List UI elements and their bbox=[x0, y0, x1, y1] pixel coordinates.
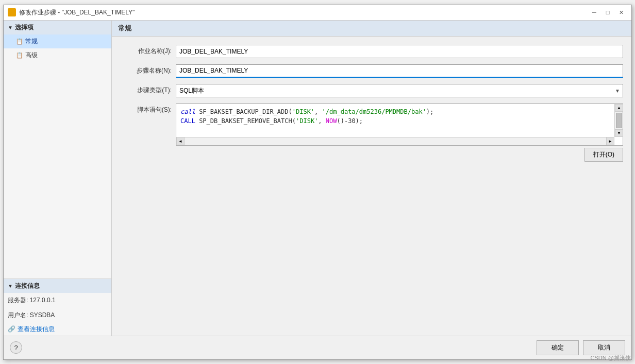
bottom-bar: ? 确定 取消 bbox=[4, 336, 631, 359]
semi-2: ()-30); bbox=[337, 117, 363, 125]
scroll-track-v bbox=[615, 112, 623, 129]
func-name-2: SP_DB_BAKSET_REMOVE_BATCH( bbox=[195, 117, 296, 125]
view-connection-link[interactable]: 🔗 查看连接信息 bbox=[4, 323, 111, 336]
str-disk-1: 'DISK' bbox=[292, 108, 314, 115]
semi-1: ); bbox=[426, 108, 433, 115]
svg-rect-3 bbox=[12, 13, 15, 15]
script-editor-container: call SF_BAKSET_BACKUP_DIR_ADD('DISK', '/… bbox=[176, 103, 623, 146]
app-icon bbox=[8, 8, 16, 16]
sidebar-item-advanced[interactable]: 📋 高级 bbox=[4, 48, 111, 62]
step-name-label: 步骤名称(N): bbox=[120, 66, 172, 75]
open-button[interactable]: 打开(O) bbox=[584, 148, 623, 162]
sidebar-item-general[interactable]: 📋 常规 bbox=[4, 34, 111, 48]
sidebar-advanced-label: 高级 bbox=[25, 51, 38, 60]
window-body: ▼ 选择项 📋 常规 📋 高级 ▼ 连接信息 服务器: 127.0.0.1 bbox=[4, 21, 631, 336]
comma-1: , bbox=[314, 108, 322, 115]
user-info: 用户名: SYSDBA bbox=[4, 308, 111, 323]
svg-rect-2 bbox=[9, 13, 11, 15]
svg-rect-0 bbox=[9, 9, 11, 12]
svg-rect-1 bbox=[12, 9, 15, 12]
sidebar-section-header: ▼ 选择项 bbox=[4, 21, 111, 34]
step-type-select[interactable]: SQL脚本 bbox=[176, 84, 623, 97]
step-type-label: 步骤类型(T): bbox=[120, 86, 172, 95]
ok-button[interactable]: 确定 bbox=[537, 340, 579, 355]
bottom-right: 确定 取消 bbox=[537, 340, 625, 355]
scrollbar-vertical[interactable]: ▲ ▼ bbox=[614, 104, 623, 137]
sidebar: ▼ 选择项 📋 常规 📋 高级 ▼ 连接信息 服务器: 127.0.0.1 bbox=[4, 21, 112, 336]
scroll-thumb-v[interactable] bbox=[616, 113, 622, 128]
script-label: 脚本语句(S): bbox=[120, 103, 172, 114]
keyword-call-lower: call bbox=[180, 108, 195, 115]
job-name-row: 作业名称(J): bbox=[120, 45, 623, 58]
str-disk-2: 'DISK' bbox=[296, 117, 318, 125]
str-path: '/dm_data/dm5236/PMDMDB/bak' bbox=[322, 108, 426, 115]
connection-header: ▼ 连接信息 bbox=[4, 279, 111, 293]
scroll-up-arrow[interactable]: ▲ bbox=[615, 104, 623, 112]
chevron-down-icon: ▼ bbox=[8, 25, 13, 30]
scroll-left-arrow[interactable]: ◄ bbox=[176, 137, 185, 145]
job-name-input[interactable] bbox=[176, 45, 623, 58]
cancel-button[interactable]: 取消 bbox=[583, 340, 625, 355]
advanced-doc-icon: 📋 bbox=[16, 52, 23, 59]
connection-section: ▼ 连接信息 服务器: 127.0.0.1 用户名: SYSDBA 🔗 查看连接… bbox=[4, 279, 111, 336]
sidebar-general-label: 常规 bbox=[25, 37, 38, 46]
scroll-right-arrow[interactable]: ► bbox=[606, 137, 614, 145]
scroll-track-h bbox=[185, 137, 606, 145]
title-bar-left: 修改作业步骤 - "JOB_DEL_BAK_TIMELY" bbox=[8, 8, 135, 17]
view-connection-label: 查看连接信息 bbox=[18, 325, 55, 334]
main-window: 修改作业步骤 - "JOB_DEL_BAK_TIMELY" ─ □ ✕ ▼ 选择… bbox=[3, 5, 632, 360]
form-area: 作业名称(J): 步骤名称(N): 步骤类型(T): SQL脚本 ▼ bbox=[112, 37, 631, 170]
step-name-input[interactable] bbox=[176, 64, 623, 78]
window-controls: ─ □ ✕ bbox=[588, 7, 627, 18]
maximize-button[interactable]: □ bbox=[601, 7, 614, 18]
job-name-label: 作业名称(J): bbox=[120, 47, 172, 56]
bottom-left: ? bbox=[10, 341, 22, 354]
step-name-row: 步骤名称(N): bbox=[120, 64, 623, 78]
scrollbar-horizontal[interactable]: ◄ ► bbox=[176, 137, 614, 145]
scroll-down-arrow[interactable]: ▼ bbox=[615, 129, 623, 137]
sidebar-section-label: 选择项 bbox=[15, 23, 34, 32]
link-icon: 🔗 bbox=[8, 325, 15, 333]
chevron-down-icon-conn: ▼ bbox=[8, 283, 13, 289]
watermark: CSDN @摇滚侠 bbox=[591, 354, 631, 362]
func-name-1: SF_BAKSET_BACKUP_DIR_ADD( bbox=[195, 108, 292, 115]
script-row: 脚本语句(S): call SF_BAKSET_BACKUP_DIR_ADD('… bbox=[120, 103, 623, 166]
server-info: 服务器: 127.0.0.1 bbox=[4, 293, 111, 308]
comma-2: , bbox=[318, 117, 325, 125]
sidebar-main-section: ▼ 选择项 📋 常规 📋 高级 bbox=[4, 21, 111, 62]
content-header: 常规 bbox=[112, 21, 631, 37]
keyword-call-upper: CALL bbox=[180, 117, 195, 125]
step-type-select-wrapper: SQL脚本 ▼ bbox=[176, 84, 623, 97]
help-button[interactable]: ? bbox=[10, 341, 22, 354]
fn-now: NOW bbox=[326, 117, 337, 125]
window-title: 修改作业步骤 - "JOB_DEL_BAK_TIMELY" bbox=[19, 8, 135, 17]
connection-section-label: 连接信息 bbox=[15, 282, 40, 290]
step-type-row: 步骤类型(T): SQL脚本 ▼ bbox=[120, 84, 623, 97]
main-content: 常规 作业名称(J): 步骤名称(N): 步骤类型(T): bbox=[112, 21, 631, 336]
close-button[interactable]: ✕ bbox=[615, 7, 627, 18]
open-btn-row: 打开(O) bbox=[231, 146, 623, 166]
general-doc-icon: 📋 bbox=[16, 38, 23, 45]
minimize-button[interactable]: ─ bbox=[588, 7, 600, 18]
title-bar: 修改作业步骤 - "JOB_DEL_BAK_TIMELY" ─ □ ✕ bbox=[4, 5, 631, 21]
